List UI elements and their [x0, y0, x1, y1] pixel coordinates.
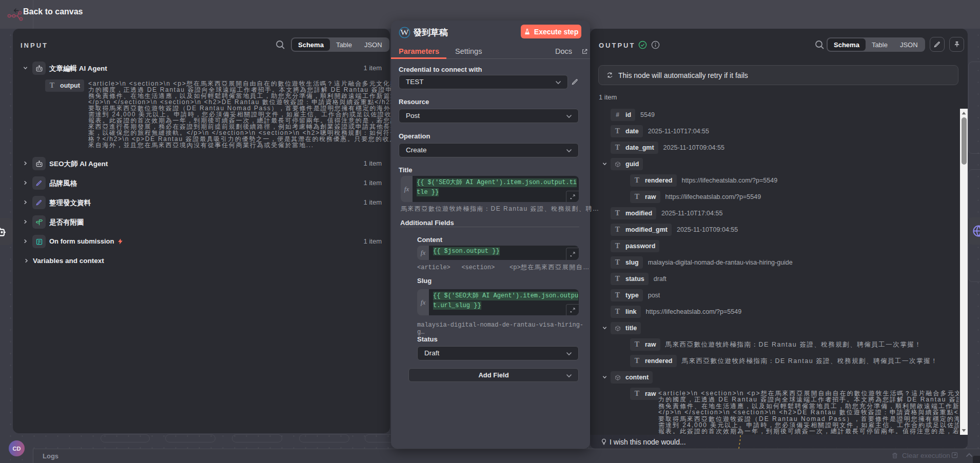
svg-text:W: W: [400, 28, 409, 36]
